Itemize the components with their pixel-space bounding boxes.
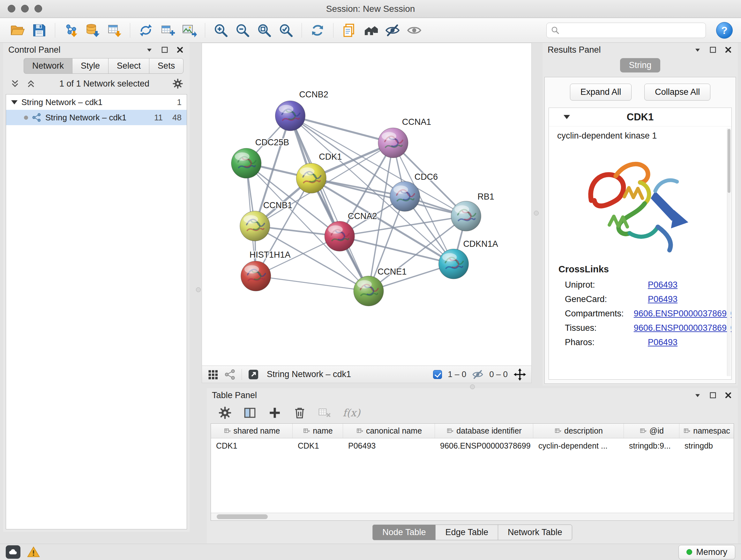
column-header-database-identifier[interactable]: database identifier	[435, 424, 533, 438]
new-network-from-selection-button[interactable]	[137, 21, 155, 40]
tab-sets[interactable]: Sets	[149, 58, 184, 74]
network-node-RB1[interactable]: RB1	[451, 192, 494, 231]
tab-node-table[interactable]: Node Table	[373, 524, 435, 540]
crosslink-value-link[interactable]: 9606.ENSP00000378699	[634, 309, 731, 319]
panel-close-icon[interactable]	[724, 45, 733, 54]
results-scrollbar[interactable]	[727, 128, 731, 376]
table-row[interactable]: CDK1CDK1P064939606.ENSP00000378699cyclin…	[211, 438, 734, 453]
function-builder-icon[interactable]: f(x)	[343, 407, 360, 419]
network-node-CCNA1[interactable]: CCNA1	[378, 117, 431, 158]
search-input[interactable]	[563, 25, 702, 36]
tab-network-table[interactable]: Network Table	[498, 524, 572, 540]
pan-tool-icon[interactable]	[514, 368, 526, 381]
column-header-shared-name[interactable]: shared name	[211, 424, 293, 438]
protein-description: cyclin-dependent kinase 1	[549, 126, 731, 143]
export-image-button[interactable]	[180, 21, 199, 40]
expand-all-button[interactable]: Expand All	[570, 84, 632, 101]
edge-CCNB2-CCNE1[interactable]	[290, 116, 368, 291]
crosslink-value-link[interactable]: P06493	[648, 294, 677, 304]
network-node-CDKN1A[interactable]: CDKN1A	[439, 239, 498, 279]
table-options-gear-icon[interactable]	[218, 406, 232, 420]
splitter-handle[interactable]	[196, 287, 201, 292]
network-node-CCNB1[interactable]: CCNB1	[240, 200, 292, 241]
window-close-button[interactable]	[8, 5, 15, 12]
documents-button[interactable]	[340, 21, 358, 40]
panel-float-icon[interactable]	[693, 391, 702, 400]
import-network-file-button[interactable]	[62, 21, 80, 40]
crosslink-value-link[interactable]: P06493	[648, 280, 677, 290]
eye-icon	[407, 23, 422, 38]
window-zoom-button[interactable]	[35, 5, 42, 12]
results-scrollbar-thumb[interactable]	[728, 129, 731, 193]
detach-view-icon[interactable]	[248, 369, 259, 380]
zoom-out-button[interactable]	[233, 21, 252, 40]
delete-column-icon[interactable]	[293, 406, 307, 420]
open-session-button[interactable]	[8, 21, 27, 40]
panel-maximize-icon[interactable]	[709, 45, 718, 54]
apply-layout-button[interactable]	[308, 21, 327, 40]
network-overview-icon[interactable]	[224, 369, 236, 380]
import-table-icon	[107, 23, 122, 38]
protein-card-header[interactable]: CDK1	[549, 108, 731, 126]
tab-network[interactable]: Network	[23, 58, 72, 74]
network-node-CDK1[interactable]: CDK1	[296, 152, 342, 193]
column-header-description[interactable]: description	[533, 424, 624, 438]
splitter-handle[interactable]	[470, 384, 475, 389]
panel-float-icon[interactable]	[693, 45, 702, 54]
cloud-services-button[interactable]	[6, 545, 20, 559]
window-controls	[8, 5, 42, 12]
panel-close-icon[interactable]	[176, 45, 185, 54]
column-header-namespac[interactable]: namespac	[679, 424, 734, 438]
zoom-selected-button[interactable]	[277, 21, 295, 40]
memory-button[interactable]: Memory	[678, 545, 735, 559]
warnings-button[interactable]	[27, 545, 40, 559]
network-collection-row[interactable]: String Network – cdk1 1	[6, 95, 187, 110]
crosslink-value-link[interactable]: 9606.ENSP00000378699	[634, 323, 731, 333]
crosslink-value-link[interactable]: P06493	[648, 337, 677, 348]
collapse-all-icon[interactable]	[10, 78, 20, 89]
zoom-in-button[interactable]	[212, 21, 230, 40]
network-options-gear-icon[interactable]	[172, 78, 183, 89]
expand-all-icon[interactable]	[25, 78, 37, 89]
import-network-database-button[interactable]	[83, 21, 102, 40]
show-columns-icon[interactable]	[243, 406, 257, 420]
edge-HIST1H1A-CCNE1[interactable]	[256, 276, 368, 291]
network-node-CDC25B[interactable]: CDC25B	[231, 138, 289, 178]
panel-float-icon[interactable]	[145, 45, 154, 54]
collapse-all-button[interactable]: Collapse All	[644, 84, 711, 101]
tree-expander-icon[interactable]	[11, 100, 17, 105]
birdseye-toggle-icon[interactable]	[207, 369, 219, 380]
column-header-canonical-name[interactable]: canonical name	[343, 424, 435, 438]
zoom-fit-button[interactable]	[255, 21, 273, 40]
table-scrollbar-thumb[interactable]	[217, 514, 268, 519]
network-status-dot	[24, 116, 28, 120]
save-session-button[interactable]	[30, 21, 49, 40]
network-row[interactable]: String Network – cdk1 11 48	[6, 110, 187, 125]
splitter-handle[interactable]	[534, 211, 539, 215]
column-header-name[interactable]: name	[293, 424, 343, 438]
panel-maximize-icon[interactable]	[709, 391, 718, 400]
panel-close-icon[interactable]	[724, 391, 733, 400]
tab-style[interactable]: Style	[72, 58, 108, 74]
window-minimize-button[interactable]	[21, 5, 29, 12]
table-tabs: Node TableEdge TableNetwork Table	[207, 524, 738, 540]
add-column-icon[interactable]	[268, 406, 281, 420]
tab-string[interactable]: String	[620, 58, 661, 72]
network-node-HIST1H1A[interactable]: HIST1H1A	[241, 250, 291, 291]
panel-maximize-icon[interactable]	[160, 45, 169, 54]
table-horizontal-scrollbar[interactable]	[211, 513, 734, 520]
selected-elements-checkbox[interactable]	[433, 370, 442, 379]
network-node-CCNE1[interactable]: CCNE1	[354, 267, 407, 306]
tab-edge-table[interactable]: Edge Table	[435, 524, 498, 540]
new-table-button[interactable]	[158, 21, 177, 40]
help-button[interactable]: ?	[716, 22, 733, 39]
tab-select[interactable]: Select	[108, 58, 149, 74]
show-all-button[interactable]	[405, 21, 423, 40]
collapse-section-icon[interactable]	[563, 115, 570, 119]
column-header-id[interactable]: @id	[624, 424, 679, 438]
hide-selected-button[interactable]	[383, 21, 402, 40]
edge-CDK1-RB1[interactable]	[311, 178, 466, 216]
home-button[interactable]	[361, 21, 380, 40]
import-table-file-button[interactable]	[105, 21, 124, 40]
network-canvas[interactable]: CCNB2CCNA1CDC25BCDK1CDC6RB1CCNB1CCNA2CDK…	[202, 43, 531, 366]
